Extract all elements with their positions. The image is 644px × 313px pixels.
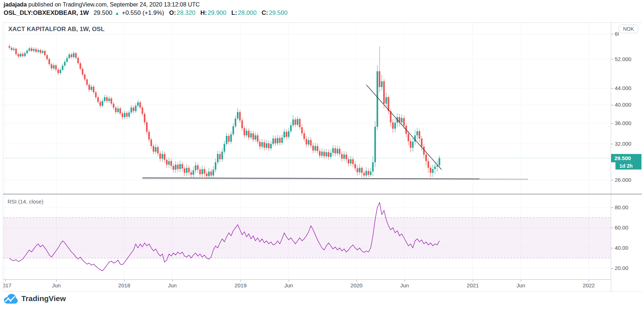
- tradingview-logo-link[interactable]: TradingView: [3, 293, 66, 304]
- price-axis-tick: [611, 268, 613, 269]
- time-axis-label: 2018: [113, 282, 135, 288]
- low-label: L:: [231, 9, 237, 16]
- time-axis-label: 2019: [230, 282, 251, 288]
- open-value: 28.320: [177, 9, 195, 16]
- time-axis[interactable]: 2017Jun2018Jun2019Jun2020Jun2021Jun2022: [3, 279, 611, 292]
- close-value: 29.500: [269, 9, 288, 16]
- price-axis-label: 60.00: [615, 224, 628, 231]
- time-axis-tick: [241, 280, 241, 282]
- price-axis-tick: [611, 105, 613, 105]
- time-axis-tick: [356, 280, 357, 282]
- price-axis-tick: [611, 144, 613, 144]
- price-axis-label: 26.000: [615, 177, 631, 183]
- low-value: 28.000: [238, 9, 257, 16]
- rsi-indicator-label: RSI (14, close): [8, 198, 43, 205]
- price-axis-label: 52.000: [615, 56, 631, 62]
- price-axis-label: 20.00: [615, 265, 628, 271]
- currency-toggle-button[interactable]: NOK: [619, 25, 638, 33]
- price-axis-tick: [611, 228, 613, 228]
- price-axis-label: 40.000: [615, 102, 631, 108]
- author-name: jadajada: [4, 1, 27, 8]
- price-axis-label: 60.000: [615, 31, 619, 37]
- open-label: O:: [169, 9, 176, 16]
- main-pane-svg[interactable]: [3, 23, 611, 194]
- time-axis-label: Jun: [510, 282, 532, 288]
- time-axis-tick: [124, 280, 125, 282]
- price-axis-tick: [611, 123, 613, 124]
- high-value: 29.900: [208, 9, 226, 16]
- price-axis-label: 44.000: [615, 85, 631, 91]
- time-axis-label: 2017: [3, 282, 16, 288]
- last-price: 29.500: [94, 9, 112, 16]
- time-axis-tick: [473, 280, 473, 282]
- publish-header: jadajada published on TradingView.com, S…: [4, 1, 288, 18]
- time-axis-label: 2020: [346, 282, 367, 288]
- price-change: +0.550 (+1.9%): [122, 9, 164, 16]
- price-axis-tick: [611, 88, 613, 89]
- symbol-line: OSL_DLY:OBXEXDBEAR, 1W 29.500 ▲ +0.550 (…: [4, 9, 288, 18]
- high-label: H:: [200, 9, 207, 16]
- symbol-title: OSL_DLY:OBXEXDBEAR, 1W: [4, 9, 89, 16]
- current-price-badge: 29.500: [611, 154, 641, 162]
- time-axis-tick: [172, 280, 173, 282]
- up-arrow-icon: ▲: [115, 10, 120, 16]
- chart-frame: XACT KAPITALFOR AB, 1W, OSL RSI (14, clo…: [3, 22, 642, 292]
- time-axis-tick: [405, 280, 405, 282]
- price-axis-tick: [611, 207, 613, 208]
- price-axis-label: 40.00: [615, 245, 628, 251]
- time-axis-tick: [5, 280, 6, 282]
- price-axis[interactable]: NOK 29.500 1d 2h 60.00052.00044.00040.00…: [611, 23, 642, 291]
- time-axis-label: 2022: [578, 282, 600, 288]
- chart-legend-title: XACT KAPITALFOR AB, 1W, OSL: [8, 26, 104, 33]
- price-axis-tick: [611, 34, 613, 34]
- time-axis-label: Jun: [46, 282, 67, 288]
- pane-divider[interactable]: [3, 194, 642, 194]
- price-axis-label: 32.000: [615, 141, 631, 147]
- price-axis-tick: [611, 180, 613, 180]
- time-axis-tick: [589, 280, 589, 282]
- tradingview-logo-text: TradingView: [21, 294, 66, 303]
- tradingview-cloud-icon: [3, 293, 18, 304]
- time-axis-tick: [521, 280, 521, 282]
- price-axis-label: 80.00: [615, 204, 628, 210]
- close-label: C:: [262, 9, 268, 16]
- time-axis-label: 2021: [462, 282, 484, 288]
- byline: jadajada published on TradingView.com, S…: [4, 1, 288, 9]
- time-axis-label: Jun: [161, 282, 183, 288]
- byline-text: published on TradingView.com, September …: [27, 1, 200, 8]
- price-axis-label: 36.000: [615, 120, 631, 126]
- time-axis-label: Jun: [278, 282, 299, 288]
- time-axis-label: Jun: [394, 282, 415, 288]
- time-axis-tick: [289, 280, 289, 282]
- price-axis-tick: [611, 248, 613, 248]
- time-axis-tick: [56, 280, 57, 282]
- price-axis-tick: [611, 59, 613, 59]
- rsi-pane-svg[interactable]: [3, 194, 611, 279]
- bar-countdown-badge: 1d 2h: [615, 162, 641, 170]
